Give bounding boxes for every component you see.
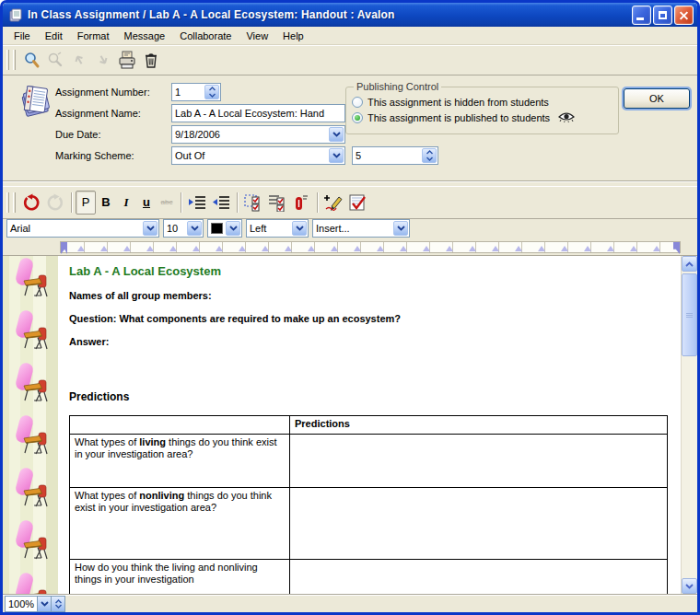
approve-document-icon[interactable] bbox=[345, 191, 369, 215]
visibility-eye-icon[interactable] bbox=[558, 111, 575, 124]
previous-item-icon[interactable] bbox=[67, 48, 91, 72]
menu-item-view[interactable]: View bbox=[239, 29, 275, 43]
redo-icon[interactable] bbox=[43, 191, 67, 215]
add-annotation-icon[interactable] bbox=[321, 191, 345, 215]
tab-stop-marker[interactable] bbox=[192, 246, 200, 251]
document-content[interactable]: Lab A - A Local Ecosystem Names of all g… bbox=[58, 256, 681, 594]
tab-stop-marker[interactable] bbox=[239, 246, 246, 251]
menu-item-edit[interactable]: Edit bbox=[38, 29, 70, 43]
close-button[interactable] bbox=[674, 6, 694, 25]
minimize-button[interactable] bbox=[632, 6, 651, 25]
insert-numbered-item-icon[interactable] bbox=[289, 191, 313, 215]
tab-stop-marker[interactable] bbox=[630, 246, 637, 251]
hidden-option[interactable]: This assignment is hidden from students bbox=[352, 94, 612, 110]
right-margin-marker[interactable] bbox=[673, 242, 680, 254]
tab-stop-marker[interactable] bbox=[100, 246, 108, 251]
strikethrough-button[interactable]: abc bbox=[157, 191, 177, 215]
decrease-indent-icon[interactable] bbox=[209, 191, 233, 215]
assignment-number-spinner[interactable]: 1 bbox=[171, 83, 221, 101]
tab-stop-marker[interactable] bbox=[216, 246, 223, 251]
chevron-down-icon[interactable] bbox=[226, 221, 240, 236]
question-cell[interactable]: What types of nonliving things do you th… bbox=[70, 488, 290, 560]
header-cell-empty[interactable] bbox=[70, 416, 290, 435]
toolbar-grip[interactable] bbox=[6, 50, 9, 70]
title-bar[interactable]: In Class Assignment / Lab A - A Local Ec… bbox=[3, 3, 697, 27]
spinner-arrows-icon[interactable] bbox=[204, 85, 219, 99]
italic-button[interactable]: I bbox=[116, 191, 136, 215]
chevron-down-icon[interactable] bbox=[38, 596, 52, 612]
undo-icon[interactable] bbox=[19, 191, 43, 215]
menu-item-collaborate[interactable]: Collaborate bbox=[172, 29, 239, 43]
question-cell[interactable]: How do you think the living and nonlivin… bbox=[70, 560, 290, 595]
bold-button[interactable]: B bbox=[96, 191, 116, 215]
tab-stop-marker[interactable] bbox=[262, 246, 269, 251]
menu-item-format[interactable]: Format bbox=[70, 29, 117, 43]
tab-stop-marker[interactable] bbox=[400, 246, 407, 251]
tab-stop-marker[interactable] bbox=[146, 246, 154, 251]
assignment-name-input[interactable] bbox=[171, 104, 345, 122]
font-family-dropdown[interactable]: Arial bbox=[6, 219, 159, 238]
tab-stop-marker[interactable] bbox=[469, 246, 476, 251]
increase-indent-icon[interactable] bbox=[185, 191, 209, 215]
published-option[interactable]: This assignment is published to students bbox=[352, 110, 612, 125]
zoom-spinner-icon[interactable] bbox=[52, 596, 65, 612]
paragraph-style-button[interactable]: P bbox=[76, 191, 96, 215]
insert-checkbox-icon[interactable] bbox=[241, 191, 265, 215]
font-color-dropdown[interactable] bbox=[207, 219, 242, 238]
toolbar-grip[interactable] bbox=[13, 192, 16, 213]
insert-checklist-icon[interactable] bbox=[265, 191, 289, 215]
toolbar-grip[interactable] bbox=[6, 192, 9, 213]
chevron-down-icon[interactable] bbox=[393, 221, 408, 236]
left-margin-marker[interactable] bbox=[61, 242, 67, 254]
chevron-down-icon[interactable] bbox=[143, 221, 158, 236]
tab-stop-marker[interactable] bbox=[308, 246, 315, 251]
tab-stop-marker[interactable] bbox=[584, 246, 591, 251]
search-icon[interactable] bbox=[19, 48, 43, 72]
due-date-dropdown[interactable]: 9/18/2006 bbox=[171, 125, 345, 144]
tab-stop-marker[interactable] bbox=[77, 246, 85, 251]
menu-item-help[interactable]: Help bbox=[275, 29, 311, 43]
vertical-scrollbar[interactable] bbox=[681, 256, 697, 594]
chevron-down-icon[interactable] bbox=[292, 221, 307, 236]
insert-dropdown[interactable]: Insert... bbox=[312, 219, 410, 238]
spinner-arrows-icon[interactable] bbox=[422, 148, 437, 163]
tab-stop-marker[interactable] bbox=[607, 246, 614, 251]
radio-unselected-icon[interactable] bbox=[352, 97, 363, 108]
underline-button[interactable]: u bbox=[136, 191, 157, 215]
tab-stop-marker[interactable] bbox=[354, 246, 361, 251]
header-cell-predictions[interactable]: Predictions bbox=[290, 416, 668, 435]
ok-button[interactable]: OK bbox=[624, 88, 690, 109]
scroll-down-icon[interactable] bbox=[682, 578, 697, 594]
menu-item-message[interactable]: Message bbox=[117, 29, 173, 43]
tab-stop-marker[interactable] bbox=[561, 246, 568, 251]
question-cell[interactable]: What types of living things do you think… bbox=[70, 435, 290, 488]
tab-stop-marker[interactable] bbox=[285, 246, 292, 251]
marking-points-spinner[interactable]: 5 bbox=[352, 146, 438, 165]
answer-cell[interactable] bbox=[290, 435, 668, 488]
menu-item-file[interactable]: File bbox=[6, 29, 38, 43]
find-next-icon[interactable] bbox=[43, 48, 67, 72]
tab-stop-marker[interactable] bbox=[331, 246, 338, 251]
tab-stop-marker[interactable] bbox=[377, 246, 384, 251]
chevron-down-icon[interactable] bbox=[329, 127, 344, 142]
maximize-button[interactable] bbox=[653, 6, 672, 25]
scrollbar-thumb[interactable] bbox=[682, 273, 697, 356]
answer-cell[interactable] bbox=[290, 488, 668, 560]
toolbar-grip[interactable] bbox=[13, 50, 16, 70]
chevron-down-icon[interactable] bbox=[187, 221, 202, 236]
print-icon[interactable] bbox=[115, 48, 139, 72]
tab-stop-marker[interactable] bbox=[423, 246, 430, 251]
tab-stop-marker[interactable] bbox=[446, 246, 453, 251]
tab-stop-marker[interactable] bbox=[169, 246, 177, 251]
tab-stop-marker[interactable] bbox=[515, 246, 522, 251]
font-size-dropdown[interactable]: 10 bbox=[163, 219, 204, 238]
scroll-up-icon[interactable] bbox=[682, 256, 697, 272]
delete-icon[interactable] bbox=[139, 48, 163, 72]
radio-selected-icon[interactable] bbox=[352, 112, 363, 123]
next-item-icon[interactable] bbox=[91, 48, 115, 72]
answer-cell[interactable] bbox=[290, 560, 668, 595]
alignment-dropdown[interactable]: Left bbox=[246, 219, 309, 238]
zoom-control[interactable]: 100% bbox=[5, 596, 65, 612]
tab-stop-marker[interactable] bbox=[123, 246, 131, 251]
tab-stop-marker[interactable] bbox=[653, 246, 660, 251]
